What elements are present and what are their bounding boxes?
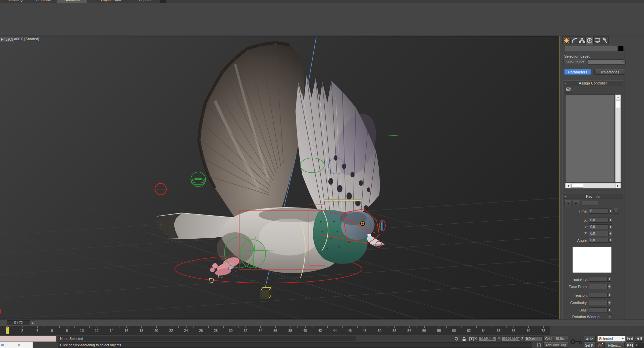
current-frame-field[interactable]: 0 <box>635 343 644 348</box>
selection-lock-icon[interactable] <box>462 337 467 342</box>
timeline-ruler[interactable]: 0246810121416182022242628303234363840424… <box>0 326 550 335</box>
close-icon[interactable]: × <box>18 342 20 347</box>
tab-display[interactable] <box>593 36 601 44</box>
ruler-tick <box>380 326 380 328</box>
root-gizmo-cube[interactable] <box>261 287 271 298</box>
ease-from-field[interactable] <box>589 284 607 289</box>
key-info-header[interactable]: – Key Info <box>563 194 623 199</box>
set-keys-key-icon[interactable] <box>570 337 583 346</box>
time-tag-icon[interactable] <box>537 343 541 347</box>
previous-key-button[interactable]: ◄ <box>565 200 572 206</box>
z-field[interactable]: 0,0 <box>589 231 608 236</box>
default-tangent-curve-icon[interactable] <box>598 343 603 348</box>
ruler-tick-label: 70 <box>524 329 532 333</box>
ruler-tick <box>59 326 60 328</box>
bias-spinner[interactable] <box>607 307 611 312</box>
angle-field[interactable]: 0,0 <box>589 238 608 243</box>
head-bone-stick[interactable] <box>324 199 362 201</box>
continuity-field[interactable] <box>589 300 607 305</box>
ruler-tick-label: 46 <box>346 329 354 333</box>
angle-spinner[interactable] <box>608 238 612 243</box>
ruler-tick <box>201 326 201 328</box>
ribbon-tab-object-paint[interactable]: Object Paint <box>96 0 126 3</box>
parameters-button[interactable]: Parameters <box>564 69 591 75</box>
tab-hierarchy[interactable] <box>578 36 586 44</box>
wing-control-sphere[interactable] <box>191 172 206 187</box>
ribbon-tab-modeling[interactable]: Modeling <box>3 0 28 3</box>
ribbon-tab-selection[interactable]: Selection <box>57 0 87 3</box>
ease-from-spinner[interactable] <box>607 284 611 289</box>
filters-button[interactable]: Filters... <box>604 342 625 348</box>
floating-window[interactable]: □ × <box>0 342 33 348</box>
y-field[interactable]: 0,0 <box>589 224 608 229</box>
tension-spinner[interactable] <box>607 293 611 298</box>
continuity-spinner[interactable] <box>607 300 611 305</box>
ruler-tick-label: 14 <box>108 329 116 333</box>
track-bar-divider <box>627 326 627 335</box>
controller-list-vscrollbar[interactable]: ▲ <box>615 95 621 182</box>
ease-to-spinner[interactable] <box>607 277 611 282</box>
time-spinner[interactable] <box>608 209 612 214</box>
y-spinner[interactable] <box>608 224 612 229</box>
time-field[interactable]: 0 <box>589 209 608 214</box>
ease-to-field[interactable] <box>589 277 607 282</box>
floating-window-titlebar[interactable] <box>0 336 56 342</box>
scroll-right-icon[interactable]: ► <box>615 183 621 188</box>
scroll-left-icon[interactable]: ◄ <box>566 183 571 188</box>
time-slider-track[interactable]: 0 / 72 ▸ <box>0 319 644 326</box>
restore-window-icon[interactable]: □ <box>8 342 10 347</box>
time-lock-button[interactable] <box>613 209 619 214</box>
next-frame-button[interactable]: ▸ <box>31 320 35 325</box>
object-color-swatch[interactable] <box>618 46 624 51</box>
z-spinner[interactable] <box>608 231 612 236</box>
chevron-down-icon: ▼ <box>622 60 624 63</box>
previous-frame-button[interactable] <box>635 336 643 342</box>
adaptive-degradation-icon[interactable] <box>454 337 459 342</box>
y-coord-field[interactable]: -144,529cm <box>502 336 520 341</box>
time-slider-handle[interactable]: 0 / 72 <box>7 320 30 325</box>
assign-controller-header[interactable]: – Assign Controller <box>563 81 623 85</box>
tail-control-circle[interactable] <box>152 183 169 195</box>
beak-control-ellipse[interactable] <box>379 220 385 231</box>
sub-object-button[interactable]: Sub-Object <box>564 59 586 65</box>
viewport-canvas[interactable] <box>0 36 559 319</box>
tension-field[interactable] <box>589 293 607 298</box>
ruler-tick <box>178 326 179 328</box>
go-to-end-button[interactable] <box>626 342 634 348</box>
controller-list-hscrollbar[interactable]: ◄ ► <box>565 183 621 188</box>
x-field[interactable]: 0,0 <box>589 218 608 223</box>
sub-object-dropdown[interactable]: ▼ <box>588 59 626 65</box>
ribbon-tab-freeform[interactable]: Freeform <box>32 0 55 3</box>
tab-create[interactable] <box>562 36 570 44</box>
tab-modify[interactable] <box>570 36 578 44</box>
bias-field[interactable] <box>589 307 607 312</box>
next-key-button[interactable]: ► <box>573 200 580 206</box>
auto-key-button[interactable]: Auto <box>584 336 596 342</box>
viewport-camera-chip[interactable]: PhysCame <box>0 37 13 42</box>
tab-utilities[interactable] <box>601 36 609 44</box>
scrollbar-thumb[interactable] <box>571 184 583 188</box>
go-to-start-button[interactable] <box>626 336 634 342</box>
viewport-label[interactable]: a001] [Shaded] <box>14 37 39 41</box>
perspective-viewport[interactable]: PhysCame a001] [Shaded] <box>0 36 559 319</box>
scroll-up-icon[interactable]: ▲ <box>615 95 621 100</box>
ruler-tick <box>275 326 276 328</box>
ribbon-tab-populate[interactable]: Populate <box>134 0 158 3</box>
x-coord-field[interactable]: -950,305cm <box>478 336 496 341</box>
add-time-tag[interactable]: Add Time Tag <box>543 342 568 348</box>
key-number-field[interactable] <box>582 201 598 206</box>
x-label: X: <box>563 218 588 222</box>
key-filter-dropdown[interactable]: Selected ▼ <box>597 336 626 342</box>
x-spinner[interactable] <box>608 218 612 223</box>
controller-list[interactable] <box>565 95 615 182</box>
object-name-field[interactable] <box>564 46 617 51</box>
assign-controller-button[interactable] <box>565 87 572 93</box>
pigeon-model[interactable] <box>155 43 385 277</box>
set-key-button[interactable]: Set K. <box>584 342 596 348</box>
trajectories-button[interactable]: Trajectories <box>594 69 625 75</box>
scrollbar-thumb[interactable] <box>616 101 620 108</box>
rotation-windup-checkbox[interactable] <box>608 314 612 318</box>
z-coord-field[interactable]: 0,0cm <box>525 336 542 341</box>
transform-coordinates-icon[interactable] <box>469 337 474 342</box>
tab-motion[interactable] <box>586 36 593 45</box>
